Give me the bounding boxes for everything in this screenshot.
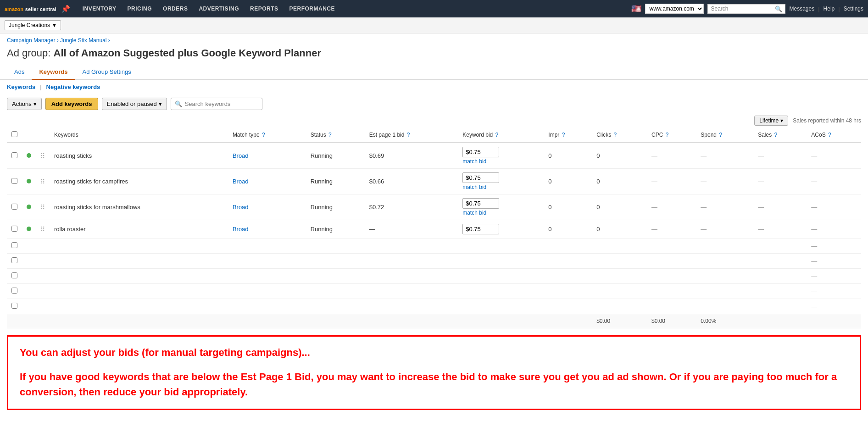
match-type-cell: Broad: [228, 194, 306, 220]
store-selector[interactable]: Jungle Creations ▼: [5, 20, 61, 30]
add-keywords-button[interactable]: Add keywords: [45, 98, 98, 110]
drag-handle-2[interactable]: ⠿: [40, 204, 45, 211]
clicks-cell: 0: [592, 169, 647, 194]
cpc-help-icon[interactable]: ?: [666, 132, 669, 138]
keywords-table-wrapper: Keywords Match type ? Status ? Est page …: [0, 128, 868, 328]
keyword-bid-input-2[interactable]: [462, 198, 499, 209]
drag-handle-3[interactable]: ⠿: [40, 226, 45, 233]
empty-row-checkbox-4[interactable]: [11, 303, 17, 309]
acos-help-icon[interactable]: ?: [828, 132, 831, 138]
empty-row-checkbox-2[interactable]: [11, 272, 17, 278]
match-bid-link-0[interactable]: match bid: [462, 158, 539, 165]
empty-row-checkbox-1[interactable]: [11, 257, 17, 263]
nav-advertising[interactable]: Advertising: [193, 0, 245, 17]
amazon-logo: amazon seller central: [5, 5, 56, 12]
row-checkbox-2[interactable]: [11, 204, 17, 210]
table-row: ⠿ roasting sticks Broad Running $0.69 ma…: [7, 143, 861, 169]
row-checkbox-1[interactable]: [11, 178, 17, 184]
select-all-checkbox[interactable]: [11, 131, 17, 137]
keyword-bid-input-1[interactable]: [462, 172, 499, 183]
domain-selector[interactable]: www.amazon.com: [645, 4, 704, 14]
keyword-cell: roasting sticks for marshmallows: [50, 194, 228, 220]
breadcrumb: Campaign Manager › Jungle Stix Manual ›: [0, 33, 868, 45]
table-row: ⠿ roasting sticks for campfires Broad Ru…: [7, 169, 861, 194]
status-cell: Running: [306, 143, 365, 169]
row-checkbox-0[interactable]: [11, 152, 17, 158]
table-row: ⠿ roasting sticks for marshmallows Broad…: [7, 194, 861, 220]
drag-handle-0[interactable]: ⠿: [40, 152, 45, 160]
sales-cell: —: [753, 143, 807, 169]
keyword-search-input[interactable]: [185, 98, 258, 110]
empty-row: —: [7, 269, 861, 284]
tab-keywords[interactable]: Keywords: [32, 65, 75, 80]
secondary-nav: Keywords | Negative keywords: [0, 80, 868, 94]
nav-orders[interactable]: Orders: [157, 0, 193, 17]
lifetime-bar: Lifetime ▾ Sales reported within 48 hrs: [0, 114, 868, 128]
search-keywords-icon: 🔍: [175, 100, 182, 107]
status-dot-2: [27, 205, 31, 209]
est-bid-cell: —: [365, 220, 458, 238]
messages-link[interactable]: Messages: [789, 6, 814, 12]
spend-cell: —: [696, 220, 753, 238]
empty-row-checkbox-3[interactable]: [11, 288, 17, 294]
status-dot-1: [27, 179, 31, 183]
acos-cell: —: [807, 194, 861, 220]
search-icon[interactable]: 🔍: [775, 6, 782, 12]
acos-cell: —: [807, 220, 861, 238]
keyword-cell: rolla roaster: [50, 220, 228, 238]
keywords-link[interactable]: Keywords: [7, 83, 35, 90]
row-checkbox-3[interactable]: [11, 226, 17, 232]
actions-button[interactable]: Actions ▾: [7, 98, 42, 110]
nav-performance[interactable]: Performance: [284, 0, 340, 17]
settings-link[interactable]: Settings: [844, 6, 863, 12]
status-dot-0: [27, 153, 31, 158]
breadcrumb-jungle-stix[interactable]: Jungle Stix Manual: [60, 37, 106, 44]
status-cell: Running: [306, 194, 365, 220]
lifetime-button[interactable]: Lifetime ▾: [754, 116, 788, 126]
search-input[interactable]: [711, 6, 775, 12]
status-help-icon[interactable]: ?: [328, 132, 332, 138]
empty-acos-4: —: [807, 299, 861, 314]
match-type-help-icon[interactable]: ?: [262, 132, 265, 138]
impr-help-icon[interactable]: ?: [562, 132, 565, 138]
tab-ad-group-settings[interactable]: Ad Group Settings: [75, 65, 139, 80]
keyword-bid-input-3[interactable]: [462, 224, 499, 234]
totals-sales: $0.00: [647, 314, 696, 328]
nav-reports[interactable]: Reports: [245, 0, 284, 17]
nav-pricing[interactable]: Pricing: [122, 0, 158, 17]
keyword-bid-input-0[interactable]: [462, 147, 499, 157]
impr-cell: 0: [544, 194, 592, 220]
match-type-cell: Broad: [228, 220, 306, 238]
status-filter-button[interactable]: Enabled or paused ▾: [102, 98, 167, 110]
keyword-bid-cell: match bid: [458, 169, 544, 194]
match-bid-link-1[interactable]: match bid: [462, 184, 539, 190]
keyword-bid-help-icon[interactable]: ?: [495, 132, 499, 138]
table-header-row: Keywords Match type ? Status ? Est page …: [7, 128, 861, 143]
sales-help-icon[interactable]: ?: [774, 132, 778, 138]
sales-cell: —: [753, 169, 807, 194]
sales-note: Sales reported within 48 hrs: [793, 117, 861, 124]
lifetime-chevron-icon: ▾: [780, 117, 783, 124]
col-impr: Impr ?: [544, 128, 592, 143]
negative-keywords-link[interactable]: Negative keywords: [46, 83, 100, 90]
annotation-line-2: If you have good keywords that are below…: [20, 369, 848, 399]
page-title: Ad group: All of Amazon Suggested plus G…: [0, 45, 868, 65]
breadcrumb-campaign-manager[interactable]: Campaign Manager: [7, 37, 55, 44]
empty-row: —: [7, 299, 861, 314]
tab-ads[interactable]: Ads: [7, 65, 32, 80]
empty-acos-2: —: [807, 269, 861, 284]
spend-help-icon[interactable]: ?: [719, 132, 722, 138]
empty-row-checkbox-0[interactable]: [11, 242, 17, 248]
drag-handle-1[interactable]: ⠿: [40, 178, 45, 185]
col-cpc: CPC ?: [647, 128, 696, 143]
empty-row: —: [7, 238, 861, 254]
empty-row: —: [7, 284, 861, 299]
cpc-cell: —: [647, 194, 696, 220]
sales-cell: —: [753, 220, 807, 238]
help-link[interactable]: Help: [823, 6, 835, 12]
est-bid-help-icon[interactable]: ?: [407, 132, 410, 138]
clicks-help-icon[interactable]: ?: [614, 132, 617, 138]
nav-inventory[interactable]: Inventory: [77, 0, 122, 17]
empty-row: —: [7, 254, 861, 269]
match-bid-link-2[interactable]: match bid: [462, 210, 539, 216]
